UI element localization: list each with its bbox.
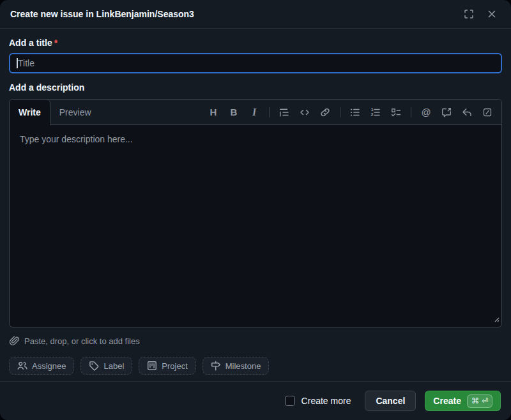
saved-replies-icon xyxy=(462,107,472,117)
dialog-header: Create new issue in LinkBenjamin/Season3 xyxy=(0,0,511,29)
toolbar-divider xyxy=(411,107,411,117)
header-actions xyxy=(460,5,501,23)
expand-icon xyxy=(464,9,474,19)
cancel-button[interactable]: Cancel xyxy=(365,391,416,411)
toolbar-divider xyxy=(340,107,340,117)
paperclip-icon xyxy=(9,335,19,347)
project-icon xyxy=(147,361,157,371)
shortcut-key: ⏎ xyxy=(482,396,488,406)
close-icon xyxy=(487,9,497,19)
shortcut-key: ⌘ xyxy=(471,396,479,406)
description-field-label: Add a description xyxy=(9,82,502,93)
title-input[interactable] xyxy=(9,53,502,73)
heading-icon: H xyxy=(210,107,217,117)
metadata-buttons-row: AssigneeLabelProjectMilestone xyxy=(9,357,502,375)
bold-button[interactable]: B xyxy=(225,103,243,121)
label-icon xyxy=(89,361,99,371)
ordered-list-icon: 12 xyxy=(370,107,381,117)
close-dialog-button[interactable] xyxy=(483,5,501,23)
quote-icon xyxy=(279,107,289,117)
create-more-label: Create more xyxy=(301,396,351,406)
milestone-icon xyxy=(211,361,221,371)
tab-preview[interactable]: Preview xyxy=(50,100,100,124)
resize-grip[interactable] xyxy=(492,313,500,325)
code-icon xyxy=(300,107,310,117)
create-button-label: Create xyxy=(433,396,461,406)
description-textarea[interactable] xyxy=(10,125,501,327)
dialog-title: Create new issue in LinkBenjamin/Season3 xyxy=(10,9,194,19)
title-field-label: Add a title* xyxy=(9,38,502,48)
create-more-checkbox[interactable] xyxy=(285,396,295,406)
editor-tab-bar: WritePreview HBI12@ xyxy=(10,100,501,125)
editor-content xyxy=(10,125,501,327)
ordered-list-button[interactable]: 12 xyxy=(367,103,385,121)
slash-commands-icon xyxy=(482,107,492,117)
italic-button[interactable]: I xyxy=(245,103,263,121)
slash-commands-button[interactable] xyxy=(478,103,496,121)
link-icon xyxy=(320,107,330,117)
mention-icon: @ xyxy=(421,107,431,117)
attach-files-button[interactable]: Paste, drop, or click to add files xyxy=(9,334,140,349)
add-label-label: Label xyxy=(103,361,124,371)
quote-button[interactable] xyxy=(275,103,293,121)
add-assignee-button[interactable]: Assignee xyxy=(9,357,74,375)
cross-reference-icon xyxy=(441,107,452,117)
tasklist-button[interactable] xyxy=(387,103,405,121)
tasklist-icon xyxy=(391,107,401,117)
unordered-list-icon xyxy=(350,107,360,117)
toolbar-divider xyxy=(269,107,270,117)
attach-files-label: Paste, drop, or click to add files xyxy=(24,336,140,346)
add-label-button[interactable]: Label xyxy=(80,357,132,375)
saved-replies-button[interactable] xyxy=(458,103,476,121)
create-issue-dialog: Create new issue in LinkBenjamin/Season3… xyxy=(0,0,511,420)
mention-button[interactable]: @ xyxy=(417,103,435,121)
add-assignee-label: Assignee xyxy=(32,361,66,371)
assignee-icon xyxy=(17,361,27,371)
add-project-button[interactable]: Project xyxy=(139,357,195,375)
tab-write[interactable]: Write xyxy=(10,100,50,125)
keyboard-shortcut-badge: ⌘⏎ xyxy=(467,394,492,408)
bold-icon: B xyxy=(231,107,238,117)
svg-text:1: 1 xyxy=(371,107,374,112)
markdown-editor: WritePreview HBI12@ xyxy=(9,99,502,327)
add-milestone-button[interactable]: Milestone xyxy=(202,357,270,375)
cross-reference-button[interactable] xyxy=(438,103,455,121)
link-button[interactable] xyxy=(316,103,334,121)
required-asterisk: * xyxy=(54,38,57,48)
heading-button[interactable]: H xyxy=(204,103,222,121)
svg-text:2: 2 xyxy=(370,112,373,117)
add-milestone-label: Milestone xyxy=(225,361,261,371)
editor-tabs: WritePreview xyxy=(10,100,100,124)
create-button[interactable]: Create ⌘⏎ xyxy=(425,391,501,411)
expand-dialog-button[interactable] xyxy=(460,5,478,23)
dialog-body: Add a title* Add a description WritePrev… xyxy=(0,29,511,381)
unordered-list-button[interactable] xyxy=(346,103,364,121)
code-button[interactable] xyxy=(296,103,314,121)
add-project-label: Project xyxy=(162,361,187,371)
markdown-toolbar: HBI12@ xyxy=(204,100,501,124)
dialog-footer: Create more Cancel Create ⌘⏎ xyxy=(0,381,511,420)
italic-icon: I xyxy=(252,107,256,118)
title-input-wrap xyxy=(9,53,502,73)
